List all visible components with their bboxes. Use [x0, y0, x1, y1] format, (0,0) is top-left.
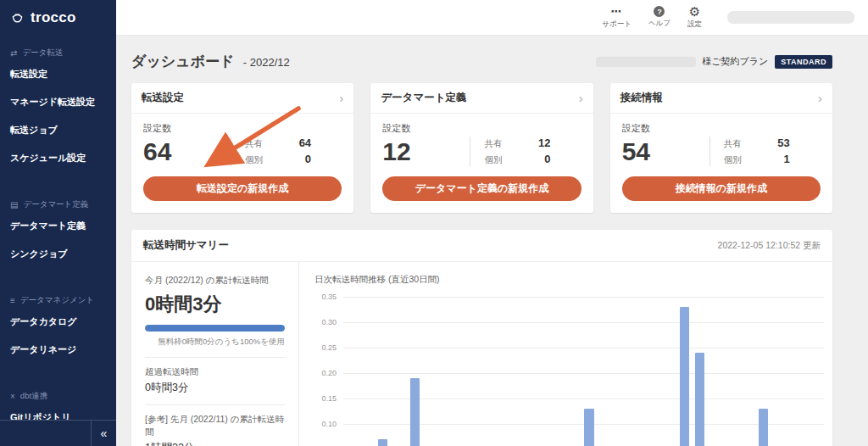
- sidebar-section-datamart: ▤ データマート定義: [10, 199, 106, 210]
- monthly-summary-column: 今月 (2022/12) の累計転送時間 0時間3分 無料枠0時間0分のうち10…: [131, 262, 299, 446]
- chart-bar: [584, 409, 593, 446]
- datamart-icon: ▤: [10, 201, 18, 209]
- settings-button[interactable]: ⚙ 設定: [687, 6, 702, 30]
- chart-bar-slot: [581, 297, 598, 446]
- support-label: サポート: [602, 20, 632, 30]
- count-stats: 54 共有53 個別1: [622, 137, 821, 166]
- card-header: 転送設定 ›: [131, 83, 353, 114]
- help-label: ヘルプ: [648, 19, 670, 29]
- chart-bar-slot: [518, 297, 534, 446]
- card-title: 接続情報: [620, 91, 663, 105]
- sidebar-collapse-button[interactable]: «: [91, 421, 116, 446]
- shared-value: 12: [538, 137, 550, 149]
- chevron-right-icon[interactable]: ›: [339, 92, 343, 104]
- card-body: 設定数 12 共有12 個別0 データマート定義の新規作成: [370, 114, 593, 213]
- chart-bar-slot: [375, 297, 391, 446]
- plan-badge: STANDARD: [775, 55, 832, 69]
- sidebar-item-sync-jobs[interactable]: シンクジョブ: [0, 240, 116, 268]
- summary-body: 今月 (2022/12) の累計転送時間 0時間3分 無料枠0時間0分のうち10…: [131, 262, 832, 446]
- plan-label: 様ご契約プラン: [702, 55, 768, 68]
- trocco-logo-icon: [10, 11, 25, 25]
- sidebar-item-managed-transfer-settings[interactable]: マネージド転送設定: [0, 88, 116, 116]
- chart-bar-slot: [454, 297, 470, 446]
- settings-label: 設定: [687, 20, 702, 30]
- card-title: 転送設定: [142, 91, 184, 105]
- sidebar-section-data-management: ≡ データマネジメント: [10, 295, 106, 306]
- sidebar-section-label: データマネジメント: [20, 295, 94, 306]
- create-datamart-definition-button[interactable]: データマート定義の新規作成: [382, 176, 581, 201]
- count-breakdown: 共有12 個別0: [470, 137, 550, 166]
- topbar-actions: ⋯ サポート ? ヘルプ ⚙ 設定: [602, 6, 854, 30]
- settings-icon: ⚙: [689, 6, 700, 18]
- main-content: ダッシュボード - 2022/12 様ご契約プラン STANDARD 転送設定 …: [116, 36, 868, 446]
- chart-bar-slot: [787, 297, 804, 446]
- y-tick-label: 0.35: [314, 293, 337, 301]
- plan-info: 様ご契約プラン STANDARD: [596, 55, 832, 69]
- sidebar-item-transfer-settings[interactable]: 転送設定: [0, 60, 116, 88]
- individual-label: 個別: [724, 154, 742, 166]
- chart-bar-slot: [613, 297, 629, 446]
- chart-bar-slot: [644, 297, 660, 446]
- topbar: ⋯ サポート ? ヘルプ ⚙ 設定: [116, 0, 868, 36]
- chevron-right-icon[interactable]: ›: [579, 92, 583, 104]
- count-label: 設定数: [143, 122, 342, 135]
- count-value: 64: [143, 137, 231, 165]
- y-tick-label: 0.20: [314, 369, 337, 377]
- create-connection-info-button[interactable]: 接続情報の新規作成: [622, 176, 821, 201]
- logo-text: trocco: [31, 9, 76, 26]
- sidebar-nav: ⇄ データ転送 転送設定 マネージド転送設定 転送ジョブ スケジュール設定 ▤ …: [0, 47, 116, 446]
- card-title: データマート定義: [381, 91, 466, 105]
- logo[interactable]: trocco: [0, 0, 116, 36]
- chart-bar: [759, 409, 768, 446]
- sidebar-item-data-lineage[interactable]: データリネージ: [0, 336, 116, 364]
- usage-progress-track: [145, 325, 285, 332]
- individual-value: 0: [544, 153, 550, 165]
- chart-bar-slot: [343, 297, 359, 446]
- sidebar-item-datamart-definition[interactable]: データマート定義: [0, 212, 116, 240]
- count-value: 54: [622, 137, 709, 165]
- chart-bar-slot: [676, 297, 693, 446]
- chart-bar-slot: [391, 297, 407, 446]
- chart-bar: [378, 439, 387, 446]
- chart-bar-slot: [660, 297, 676, 446]
- chart-bar: [695, 353, 704, 446]
- transfer-time-summary-card: 転送時間サマリー 2022-12-05 12:10:52 更新 今月 (2022…: [131, 230, 832, 446]
- divider: [145, 404, 285, 405]
- count-stats: 64 共有64 個別0: [143, 137, 342, 166]
- sidebar-item-transfer-jobs[interactable]: 転送ジョブ: [0, 116, 116, 144]
- count-label: 設定数: [382, 122, 581, 135]
- excess-value: 0時間3分: [145, 381, 285, 395]
- chart-plot-area: 0.35 0.30 0.25 0.20 0.15 0.10 0.05: [314, 297, 824, 446]
- summary-title: 転送時間サマリー: [143, 238, 229, 253]
- chart-bar-slot: [502, 297, 518, 446]
- shared-label: 共有: [484, 138, 502, 150]
- individual-label: 個別: [484, 154, 502, 166]
- sidebar-item-data-catalog[interactable]: データカタログ: [0, 308, 116, 336]
- chart-bar: [410, 378, 420, 446]
- sidebar-section-label: データマート定義: [23, 199, 88, 210]
- support-button[interactable]: ⋯ サポート: [602, 6, 632, 30]
- individual-value: 0: [305, 153, 311, 165]
- usage-progress-fill: [145, 325, 285, 332]
- help-icon: ?: [654, 6, 665, 17]
- sidebar-section-dbt: × dbt連携: [10, 391, 106, 402]
- card-body: 設定数 64 共有64 個別0 転送設定の新規作成: [131, 114, 353, 213]
- chart-bar-slot: [549, 297, 565, 446]
- redacted-customer-name: [596, 57, 696, 67]
- month-total-value: 0時間3分: [145, 292, 285, 317]
- summary-updated-timestamp: 2022-12-05 12:10:52 更新: [718, 240, 821, 252]
- title-row: ダッシュボード - 2022/12 様ご契約プラン STANDARD: [131, 52, 832, 71]
- month-total-label: 今月 (2022/12) の累計転送時間: [145, 274, 285, 286]
- card-datamart-definition: データマート定義 › 設定数 12 共有12 個別0 データマート定義の新規作成: [370, 83, 593, 213]
- chart-bar-slot: [423, 297, 439, 446]
- app-root: trocco ⇄ データ転送 転送設定 マネージド転送設定 転送ジョブ スケジュ…: [0, 0, 868, 446]
- chart-bar-slot: [629, 297, 645, 446]
- y-tick-label: 0.15: [314, 394, 337, 403]
- sidebar-item-schedule-settings[interactable]: スケジュール設定: [0, 144, 116, 172]
- chart-bar-slot: [359, 297, 376, 446]
- help-button[interactable]: ? ヘルプ: [648, 6, 670, 29]
- summary-header: 転送時間サマリー 2022-12-05 12:10:52 更新: [131, 230, 832, 262]
- chevron-right-icon[interactable]: ›: [818, 92, 822, 104]
- sidebar-footer: «: [0, 420, 116, 446]
- create-transfer-setting-button[interactable]: 転送設定の新規作成: [143, 176, 342, 201]
